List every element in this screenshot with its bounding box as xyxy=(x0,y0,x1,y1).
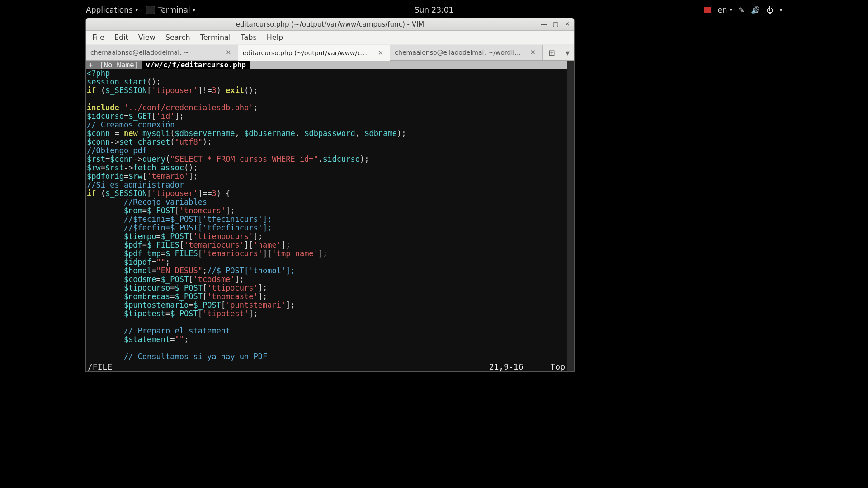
scrollbar[interactable] xyxy=(567,61,574,371)
tab-bar: chemaalonso@elladodelmal: ~ ✕ editarcurs… xyxy=(86,44,574,61)
vim-search-text: /FILE xyxy=(88,362,489,371)
applications-label: Applications xyxy=(86,5,133,14)
menu-help[interactable]: Help xyxy=(267,33,283,42)
terminal-window: editarcurso.php (~/output/var/www/campus… xyxy=(86,18,574,371)
desktop-topbar: Applications ▾ Terminal ▾ Sun 23:01 en ▾… xyxy=(86,4,782,16)
vim-status-line: /FILE 21,9-16 Top xyxy=(86,362,567,371)
vim-cursor-pos: 21,9-16 xyxy=(489,362,524,371)
menubar: File Edit View Search Terminal Tabs Help xyxy=(86,31,574,44)
close-button[interactable]: ✕ xyxy=(563,20,571,28)
chevron-down-icon[interactable]: ▾ xyxy=(780,8,782,13)
vim-scroll-pos: Top xyxy=(550,362,565,371)
tab-label: editarcurso.php (~/output/var/www/c… xyxy=(243,49,376,56)
tab-label: chemaalonso@elladodelmal: ~ xyxy=(90,49,224,56)
window-titlebar[interactable]: editarcurso.php (~/output/var/www/campus… xyxy=(86,18,574,31)
tab-dropdown[interactable]: ▾ xyxy=(561,45,574,60)
tab-1[interactable]: chemaalonso@elladodelmal: ~ ✕ xyxy=(86,45,238,60)
window-title: editarcurso.php (~/output/var/www/campus… xyxy=(236,20,425,28)
applications-menu[interactable]: Applications ▾ xyxy=(86,5,138,14)
code-content: <?php session_start(); if ($_SESSION['ti… xyxy=(86,69,574,361)
vim-tab-modified[interactable]: + xyxy=(86,61,96,69)
menu-view[interactable]: View xyxy=(138,33,156,42)
menu-edit[interactable]: Edit xyxy=(114,33,128,42)
volume-icon[interactable]: 🔊 xyxy=(751,6,760,14)
terminal-icon xyxy=(146,6,155,14)
editor-area[interactable]: + [No Name] v/w/c/f/editarcurso.php X <?… xyxy=(86,61,574,371)
clock-label: Sun 23:01 xyxy=(415,5,454,14)
menu-terminal[interactable]: Terminal xyxy=(200,33,231,42)
language-label: en xyxy=(717,5,727,14)
close-icon[interactable]: ✕ xyxy=(528,48,538,56)
minimize-button[interactable]: — xyxy=(540,20,548,28)
new-tab-button[interactable]: ⊞ xyxy=(542,45,561,60)
terminal-label: Terminal xyxy=(158,5,190,14)
vim-tab-noname[interactable]: [No Name] xyxy=(96,61,142,69)
tool-icon[interactable]: ✎ xyxy=(739,6,745,14)
vim-tabline: + [No Name] v/w/c/f/editarcurso.php X xyxy=(86,61,574,69)
maximize-button[interactable]: ▢ xyxy=(552,20,560,28)
vim-tab-active[interactable]: v/w/c/f/editarcurso.php xyxy=(142,61,250,69)
chevron-down-icon: ▾ xyxy=(730,8,732,13)
tab-3[interactable]: chemaalonso@elladodelmal: ~/wordli… ✕ xyxy=(390,45,542,60)
close-icon[interactable]: ✕ xyxy=(224,48,233,56)
close-icon[interactable]: ✕ xyxy=(376,49,386,57)
recording-icon[interactable] xyxy=(704,7,711,13)
tab-2[interactable]: editarcurso.php (~/output/var/www/c… ✕ xyxy=(238,45,391,61)
menu-file[interactable]: File xyxy=(92,33,104,42)
chevron-down-icon: ▾ xyxy=(193,8,195,13)
language-indicator[interactable]: en ▾ xyxy=(717,5,732,14)
menu-search[interactable]: Search xyxy=(165,33,190,42)
power-icon[interactable]: ⏻ xyxy=(766,6,774,14)
chevron-down-icon: ▾ xyxy=(136,8,138,13)
menu-tabs[interactable]: Tabs xyxy=(241,33,256,42)
terminal-indicator[interactable]: Terminal ▾ xyxy=(146,5,195,14)
tab-label: chemaalonso@elladodelmal: ~/wordli… xyxy=(395,49,528,56)
